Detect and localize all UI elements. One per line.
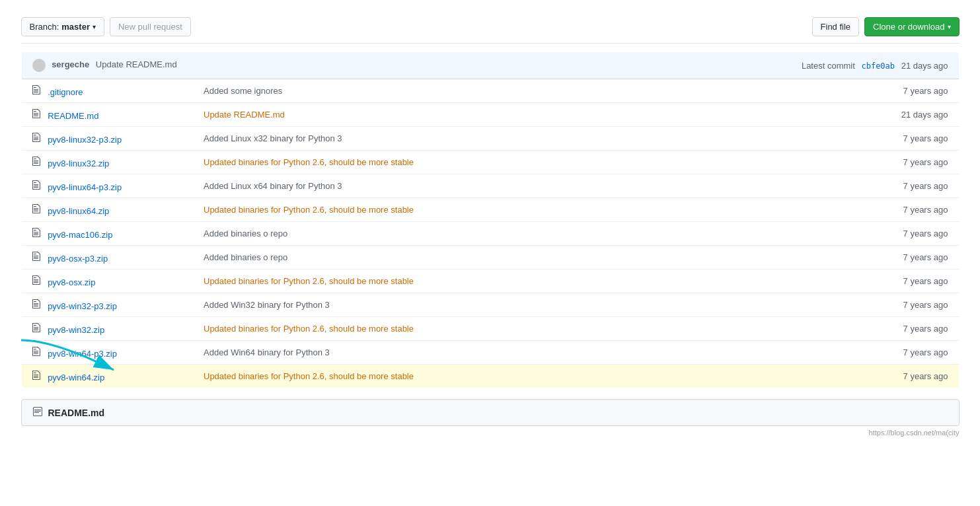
file-icon [32,111,44,121]
chevron-down-icon: ▾ [93,23,96,30]
table-row: README.md Update README.md 21 days ago [21,103,959,127]
table-row: .gitignore Added some ignores 7 years ag… [21,79,959,103]
file-name-link[interactable]: README.md [48,111,98,121]
file-name-link[interactable]: pyv8-win64-p3.zip [48,349,117,359]
toolbar-right: Find file Clone or download ▾ [812,17,960,36]
file-icon [32,159,44,168]
commit-message-cell: Added binaries o repo [193,222,636,246]
file-icon [32,301,44,311]
table-row: pyv8-linux64-p3.zip Added Linux x64 bina… [21,174,959,198]
commit-message-cell: Updated binaries for Python 2.6, should … [193,151,636,174]
time-cell: 7 years ago [636,317,959,341]
avatar [32,59,46,72]
file-name-link[interactable]: pyv8-win32-p3.zip [48,301,117,311]
time-cell: 7 years ago [636,341,959,365]
file-icon [32,349,44,359]
file-name-cell: pyv8-win64-p3.zip [21,341,193,365]
clone-download-label: Clone or download [873,22,944,32]
commit-hash-link[interactable]: cbfe0ab [861,61,895,71]
commit-message-cell: Added Win64 binary for Python 3 [193,341,636,365]
branch-selector[interactable]: Branch: master ▾ [21,17,104,36]
file-name-cell: README.md [21,103,193,127]
time-cell: 7 years ago [636,246,959,270]
file-name-link[interactable]: pyv8-linux64.zip [48,206,109,216]
table-row: pyv8-linux32.zip Updated binaries for Py… [21,151,959,174]
branch-name: master [61,22,90,32]
time-cell: 7 years ago [636,270,959,293]
file-name-cell: pyv8-linux64.zip [21,198,193,222]
file-icon [32,206,44,216]
time-cell: 7 years ago [636,365,959,388]
repo-header-row: sergeche Update README.md Latest commit … [21,52,959,79]
readme-table-icon [32,406,43,419]
readme-title: README.md [48,408,105,418]
clone-download-button[interactable]: Clone or download ▾ [864,17,959,36]
commit-author: sergeche [32,59,92,69]
branch-label: Branch: [30,22,59,32]
table-row: pyv8-win32.zip Updated binaries for Pyth… [21,317,959,341]
table-row: pyv8-mac106.zip Added binaries o repo 7 … [21,222,959,246]
file-name-link[interactable]: pyv8-win64.zip [48,373,104,382]
commit-message-cell: Added binaries o repo [193,246,636,270]
commit-message-cell: Updated binaries for Python 2.6, should … [193,198,636,222]
file-name-cell: pyv8-win32.zip [21,317,193,341]
table-row: pyv8-linux64.zip Updated binaries for Py… [21,198,959,222]
file-icon [32,254,44,264]
repo-header-left: sergeche Update README.md [21,52,636,79]
file-name-link[interactable]: pyv8-linux64-p3.zip [48,182,122,192]
url-hint: https://blog.csdn.net/ma(city [21,429,960,437]
time-cell: 7 years ago [636,222,959,246]
file-icon [32,135,44,145]
table-row: pyv8-osx.zip Updated binaries for Python… [21,270,959,293]
file-name-cell: pyv8-win32-p3.zip [21,293,193,317]
file-icon [32,87,44,97]
commit-message-cell: Update README.md [193,103,636,127]
repo-file-table: sergeche Update README.md Latest commit … [21,52,960,388]
file-name-link[interactable]: pyv8-mac106.zip [48,230,112,240]
find-file-label: Find file [821,22,851,32]
commit-time-header: 21 days ago [901,61,948,71]
time-cell: 7 years ago [636,174,959,198]
time-cell: 7 years ago [636,79,959,103]
readme-section-header: README.md [21,399,960,426]
time-cell: 7 years ago [636,151,959,174]
file-name-cell: pyv8-linux32.zip [21,151,193,174]
file-icon [32,230,44,240]
new-pull-request-label: New pull request [118,22,182,32]
new-pull-request-button[interactable]: New pull request [110,17,191,36]
commit-message-cell: Added Linux x32 binary for Python 3 [193,127,636,151]
file-name-link[interactable]: pyv8-osx.zip [48,277,95,287]
commit-message-cell: Updated binaries for Python 2.6, should … [193,365,636,388]
time-cell: 7 years ago [636,198,959,222]
file-name-cell: pyv8-linux64-p3.zip [21,174,193,198]
time-cell: 7 years ago [636,293,959,317]
file-name-link[interactable]: pyv8-linux32.zip [48,159,109,168]
file-icon [32,325,44,335]
time-cell: 7 years ago [636,127,959,151]
file-name-cell: pyv8-osx.zip [21,270,193,293]
repo-header-right: Latest commit cbfe0ab 21 days ago [636,52,959,79]
time-cell: 21 days ago [636,103,959,127]
table-row: pyv8-linux32-p3.zip Added Linux x32 bina… [21,127,959,151]
table-row: pyv8-osx-p3.zip Added binaries o repo 7 … [21,246,959,270]
file-name-cell: pyv8-win64.zip [21,365,193,388]
file-name-cell: pyv8-linux32-p3.zip [21,127,193,151]
commit-message-cell: Added Linux x64 binary for Python 3 [193,174,636,198]
table-row: pyv8-win64.zip Updated binaries for Pyth… [21,365,959,388]
file-name-link[interactable]: pyv8-osx-p3.zip [48,254,108,264]
file-name-cell: .gitignore [21,79,193,103]
file-name-link[interactable]: .gitignore [48,87,83,97]
table-row: pyv8-win64-p3.zip Added Win64 binary for… [21,341,959,365]
chevron-down-icon-clone: ▾ [948,23,951,30]
file-name-link[interactable]: pyv8-linux32-p3.zip [48,135,122,145]
file-name-cell: pyv8-mac106.zip [21,222,193,246]
file-icon [32,373,44,382]
commit-message-cell: Added Win32 binary for Python 3 [193,293,636,317]
commit-message-cell: Added some ignores [193,79,636,103]
file-icon [32,277,44,287]
file-name-link[interactable]: pyv8-win32.zip [48,325,104,335]
table-row: pyv8-win32-p3.zip Added Win32 binary for… [21,293,959,317]
file-icon [32,182,44,192]
find-file-button[interactable]: Find file [812,17,860,36]
commit-message-cell: Updated binaries for Python 2.6, should … [193,270,636,293]
